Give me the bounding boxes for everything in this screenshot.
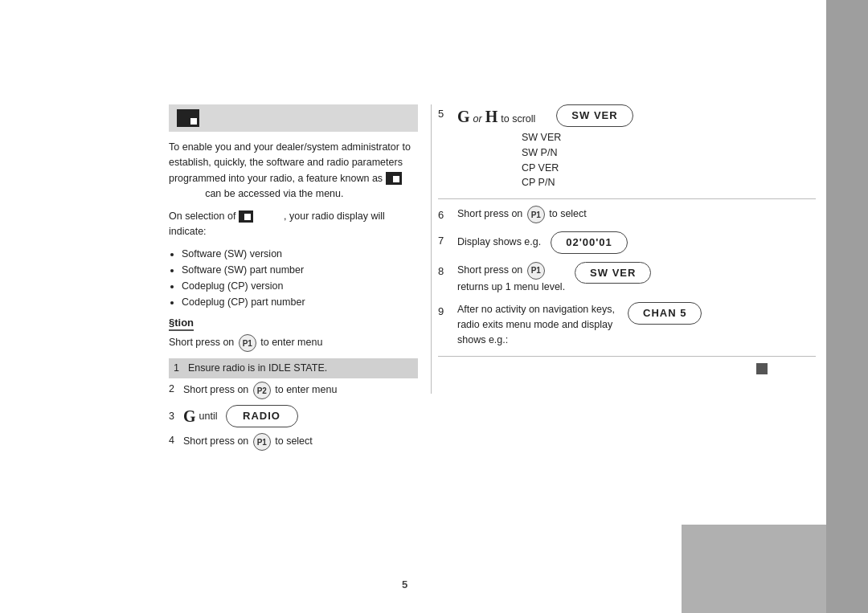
scroll-item-3: CP VER xyxy=(522,161,816,176)
step-2-num: 2 xyxy=(169,382,183,397)
until-text: until xyxy=(199,409,218,424)
g-letter: G xyxy=(183,404,196,428)
step-5-row: 5 G or H to scroll SW VER SW VER SW P/N … xyxy=(438,104,816,190)
step-8-body: Short press on P1 returns up 1 menu leve… xyxy=(457,262,816,295)
left-panel: To enable you and your dealer/system adm… xyxy=(169,104,418,454)
intro-text: To enable you and your dealer/system adm… xyxy=(169,140,418,202)
g-scroll-letter: G xyxy=(457,104,470,129)
short-press-intro: Short press on P1 to enter menu xyxy=(169,334,418,352)
vertical-separator xyxy=(431,104,432,394)
p1-btn-step6: P1 xyxy=(527,206,545,223)
step-6-body: Short press on P1 to select xyxy=(457,206,816,223)
list-item: Codeplug (CP) part number xyxy=(182,294,418,310)
sw-ver-display-8: SW VER xyxy=(575,262,651,284)
list-item: Software (SW) version xyxy=(182,246,418,262)
step-4-num: 4 xyxy=(169,433,183,448)
h-scroll-letter: H xyxy=(485,104,498,129)
step-2-row: 2 Short press on P2 to enter menu xyxy=(169,382,418,399)
bottom-right-block xyxy=(682,525,826,613)
step-8-num: 8 xyxy=(438,262,457,280)
radio-display: RADIO xyxy=(226,405,298,427)
small-icon-right xyxy=(438,363,816,374)
list-item: Codeplug (CP) version xyxy=(182,278,418,294)
step-1-text: Ensure radio is in IDLE STATE. xyxy=(188,361,413,376)
step-7-body: Display shows e.g. 02'00'01 xyxy=(457,231,816,254)
p1-button-icon: P1 xyxy=(239,334,256,352)
step-5-num: 5 xyxy=(438,104,457,122)
inline-icon2 xyxy=(239,210,253,223)
p1-btn-step8: P1 xyxy=(527,262,545,280)
step-9-num: 9 xyxy=(438,302,457,320)
right-tab xyxy=(826,0,868,613)
display-shows-text: Display shows e.g. xyxy=(457,235,541,250)
scroll-item-1: SW VER xyxy=(522,130,816,145)
inline-icon xyxy=(386,172,402,185)
sw-ver-display-5: SW VER xyxy=(556,104,633,127)
scroll-items: SW VER SW P/N CP VER CP P/N xyxy=(522,130,816,190)
step-1-num: 1 xyxy=(174,361,188,376)
selection-text: On selection of , your radio display wil… xyxy=(169,209,418,240)
chan-display: CHAN 5 xyxy=(628,302,702,325)
step-3-row: 3 G until RADIO xyxy=(169,404,418,428)
p2-button-icon: P2 xyxy=(253,382,271,399)
step-8-text2: returns up 1 menu level. xyxy=(457,280,565,295)
info-icon-box xyxy=(169,104,418,132)
step-6-row: 6 Short press on P1 to select xyxy=(438,206,816,223)
step-9-text: After no activity on navigation keys, ra… xyxy=(457,302,618,347)
divider-1 xyxy=(438,198,816,199)
step-8-text: Short press on P1 xyxy=(457,262,565,280)
p1-btn-step4: P1 xyxy=(253,433,271,451)
step-7-num: 7 xyxy=(438,231,457,249)
step-8-row: 8 Short press on P1 returns up 1 menu le… xyxy=(438,262,816,295)
feature-icon xyxy=(177,109,199,127)
step-2-text: Short press on P2 to enter menu xyxy=(183,382,418,399)
right-panel: 5 G or H to scroll SW VER SW VER SW P/N … xyxy=(438,104,816,374)
or-label: or xyxy=(473,112,482,127)
section-title: §tion xyxy=(169,317,194,331)
step-9-row: 9 After no activity on navigation keys, … xyxy=(438,302,816,347)
step-9-body: After no activity on navigation keys, ra… xyxy=(457,302,816,347)
list-item: Software (SW) part number xyxy=(182,262,418,278)
page-number: 5 xyxy=(402,578,407,591)
step-1-row: 1 Ensure radio is in IDLE STATE. xyxy=(169,358,418,378)
step-4-row: 4 Short press on P1 to select xyxy=(169,433,418,451)
step-6-num: 6 xyxy=(438,206,457,223)
divider-2 xyxy=(438,356,816,357)
step-7-row: 7 Display shows e.g. 02'00'01 xyxy=(438,231,816,254)
small-square-icon xyxy=(756,363,768,374)
feature-list: Software (SW) version Software (SW) part… xyxy=(169,246,418,310)
step-3-text: G until RADIO xyxy=(183,404,418,428)
step-5-body: G or H to scroll SW VER SW VER SW P/N CP… xyxy=(457,104,816,190)
scroll-item-2: SW P/N xyxy=(522,145,816,161)
step-4-text: Short press on P1 to select xyxy=(183,433,418,451)
scroll-item-4: CP P/N xyxy=(522,175,816,190)
time-display: 02'00'01 xyxy=(551,231,628,254)
step-3-num: 3 xyxy=(169,409,183,424)
to-scroll-text: to scroll xyxy=(501,112,535,127)
